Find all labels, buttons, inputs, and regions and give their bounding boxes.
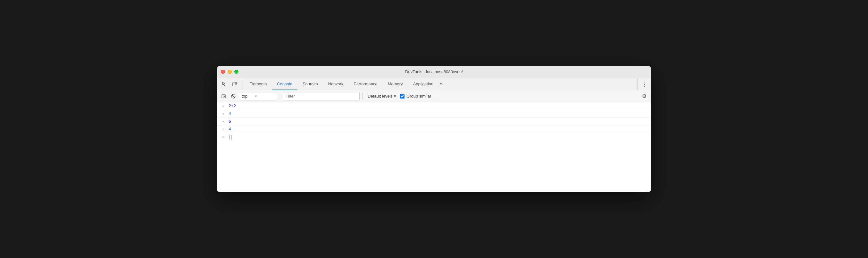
traffic-lights bbox=[221, 69, 239, 74]
console-toolbar: top ▾ Default levels ▾ Group similar ⚙ bbox=[217, 90, 651, 103]
expand-icon-2[interactable]: › bbox=[222, 120, 226, 123]
tab-console[interactable]: Console bbox=[272, 78, 298, 90]
console-input-row[interactable]: › | bbox=[217, 133, 651, 141]
log-levels-button[interactable]: Default levels ▾ bbox=[365, 92, 399, 101]
console-row-3: › $_ bbox=[217, 118, 651, 125]
tab-performance[interactable]: Performance bbox=[348, 78, 382, 90]
console-row-1: › 2+2 bbox=[217, 103, 651, 110]
console-row-2: ‹ 4 bbox=[217, 110, 651, 118]
tab-sources[interactable]: Sources bbox=[298, 78, 323, 90]
tab-elements[interactable]: Elements bbox=[244, 78, 272, 90]
toolbar-separator-2 bbox=[362, 93, 363, 100]
console-output: › 2+2 ‹ 4 › $_ ‹ 4 › | bbox=[217, 103, 651, 192]
console-row-4: ‹ 4 bbox=[217, 125, 651, 133]
tab-network[interactable]: Network bbox=[323, 78, 349, 90]
svg-rect-1 bbox=[235, 82, 237, 84]
title-bar: DevTools - localhost:8080/web/ bbox=[217, 66, 651, 78]
context-selector[interactable]: top ▾ bbox=[239, 92, 277, 101]
tab-bar: Elements Console Sources Network Perform… bbox=[217, 78, 651, 90]
sidebar-toggle-button[interactable] bbox=[220, 92, 228, 101]
console-return-1: 4 bbox=[228, 111, 231, 116]
tabs-container: Elements Console Sources Network Perform… bbox=[244, 78, 637, 90]
toolbar-separator-1 bbox=[280, 93, 280, 100]
console-entry-1: 2+2 bbox=[228, 104, 236, 109]
settings-button[interactable]: ⚙ bbox=[640, 92, 648, 101]
svg-rect-2 bbox=[222, 95, 226, 98]
tab-memory[interactable]: Memory bbox=[383, 78, 408, 90]
more-options-button[interactable]: ⋮ bbox=[640, 81, 648, 88]
devtools-window: DevTools - localhost:8080/web/ Elements bbox=[217, 66, 651, 192]
cursor-icon bbox=[221, 82, 227, 87]
console-cursor[interactable]: | bbox=[228, 135, 231, 140]
device-icon bbox=[232, 82, 237, 87]
filter-input[interactable] bbox=[283, 92, 360, 101]
input-prompt: › bbox=[222, 135, 226, 139]
expand-icon-1[interactable]: › bbox=[222, 104, 226, 108]
tab-bar-right: ⋮ bbox=[637, 78, 648, 90]
svg-marker-4 bbox=[224, 96, 225, 97]
return-icon-2: ‹ bbox=[222, 127, 226, 131]
close-button[interactable] bbox=[221, 69, 225, 74]
inspect-element-button[interactable] bbox=[220, 80, 228, 89]
context-arrow: ▾ bbox=[255, 94, 257, 98]
device-toggle-button[interactable] bbox=[230, 80, 239, 89]
minimize-button[interactable] bbox=[227, 69, 232, 74]
maximize-button[interactable] bbox=[234, 69, 239, 74]
window-title: DevTools - localhost:8080/web/ bbox=[405, 69, 463, 74]
clear-icon bbox=[231, 94, 236, 99]
console-entry-2: $_ bbox=[228, 119, 234, 124]
group-similar-checkbox[interactable] bbox=[400, 94, 404, 98]
tab-bar-tools bbox=[220, 78, 243, 90]
clear-console-button[interactable] bbox=[229, 92, 238, 101]
return-icon-1: ‹ bbox=[222, 112, 226, 116]
more-tabs-button[interactable]: » bbox=[438, 78, 444, 90]
levels-arrow: ▾ bbox=[394, 94, 396, 98]
console-return-2: 4 bbox=[228, 127, 231, 132]
group-similar-label[interactable]: Group similar bbox=[400, 94, 431, 98]
tab-application[interactable]: Application bbox=[408, 78, 439, 90]
sidebar-icon bbox=[221, 94, 226, 99]
gear-icon: ⚙ bbox=[642, 93, 647, 99]
svg-line-6 bbox=[232, 95, 235, 98]
svg-rect-0 bbox=[232, 83, 235, 86]
